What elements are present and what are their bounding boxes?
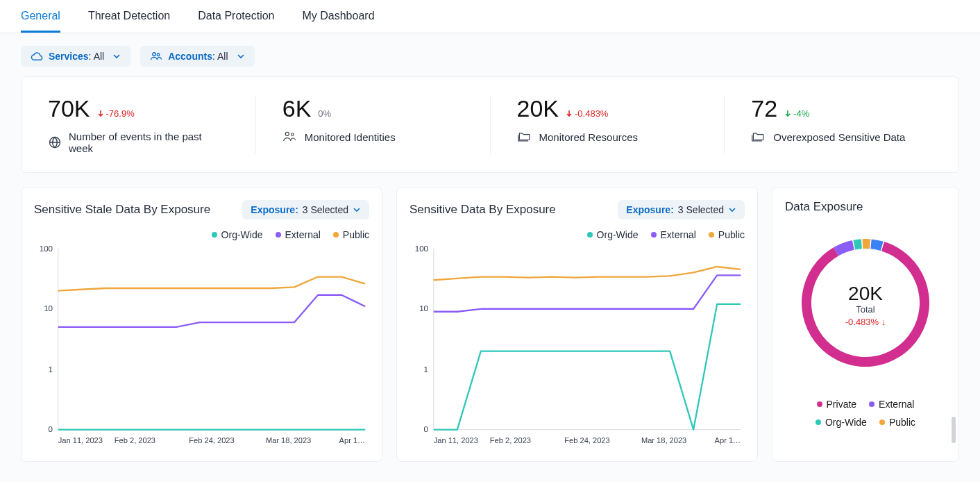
svg-point-0 (153, 53, 156, 56)
svg-text:0: 0 (49, 425, 53, 433)
panel-data-exposure: Data Exposure 20KTotal-0.483% ↓ Private … (772, 187, 959, 462)
kpi-events-delta: -76.9% (97, 108, 135, 119)
identities-icon (282, 131, 298, 143)
exposure-dropdown[interactable]: Exposure: 3 Selected (242, 200, 369, 219)
kpi-identities-value: 6K (282, 95, 312, 122)
kpi-overexposed: 72 -4% Overexposed Sensitive Data (725, 95, 958, 154)
svg-text:Mar 18, 2023: Mar 18, 2023 (641, 436, 686, 444)
chart-sensitive-stale: 0110100Jan 11, 2023Feb 2, 2023Feb 24, 20… (34, 244, 369, 449)
svg-text:Feb 2, 2023: Feb 2, 2023 (490, 436, 531, 444)
kpi-card: 70K -76.9% Number of events in the past … (21, 76, 959, 173)
tab-bar: General Threat Detection Data Protection… (0, 0, 980, 33)
donut-chart: 20KTotal-0.483% ↓ (785, 226, 946, 379)
chart-legend: Org-Wide External Public (409, 229, 745, 240)
chevron-down-icon (728, 206, 736, 214)
svg-text:-0.483% ↓: -0.483% ↓ (845, 317, 886, 327)
svg-text:20K: 20K (848, 283, 883, 304)
svg-text:1: 1 (424, 365, 428, 374)
svg-point-4 (291, 133, 294, 136)
folders-icon (751, 131, 766, 143)
scrollbar-thumb[interactable] (952, 417, 956, 443)
kpi-events-value: 70K (48, 95, 90, 122)
cloud-icon (31, 51, 43, 61)
kpi-resources-label: Monitored Resources (539, 131, 639, 143)
arrow-down-icon (566, 110, 573, 117)
kpi-events-label: Number of events in the past week (69, 131, 229, 154)
kpi-identities-delta: 0% (318, 108, 331, 119)
kpi-overexposed-label: Overexposed Sensitive Data (773, 131, 905, 143)
filter-services[interactable]: Services: All (21, 46, 130, 67)
svg-text:10: 10 (419, 305, 428, 313)
kpi-resources-delta: -0.483% (566, 108, 608, 119)
users-icon (150, 51, 162, 61)
filter-accounts[interactable]: Accounts: All (140, 46, 254, 67)
kpi-resources: 20K -0.483% Monitored Resources (491, 95, 725, 154)
svg-text:Total: Total (856, 304, 875, 315)
svg-text:100: 100 (40, 244, 53, 253)
svg-point-3 (285, 132, 289, 135)
tab-data-protection[interactable]: Data Protection (198, 0, 274, 33)
arrow-down-icon (97, 110, 104, 117)
svg-text:Feb 2, 2023: Feb 2, 2023 (115, 436, 155, 444)
kpi-overexposed-value: 72 (751, 95, 777, 122)
kpi-identities: 6K 0% Monitored Identities (256, 95, 491, 154)
svg-text:10: 10 (44, 305, 53, 313)
svg-text:Apr 1…: Apr 1… (715, 436, 741, 444)
panel-data-exposure-title: Data Exposure (785, 200, 946, 214)
svg-text:Apr 1…: Apr 1… (339, 436, 366, 444)
tab-general[interactable]: General (21, 0, 60, 33)
kpi-resources-value: 20K (517, 95, 559, 122)
chevron-down-icon (237, 52, 245, 60)
svg-text:Feb 24, 2023: Feb 24, 2023 (564, 436, 609, 444)
kpi-overexposed-delta: -4% (784, 108, 809, 119)
panel-sensitive-stale: Sensitive Stale Data By Exposure Exposur… (21, 187, 382, 462)
svg-text:Feb 24, 2023: Feb 24, 2023 (189, 436, 234, 444)
svg-text:1: 1 (49, 365, 53, 374)
svg-text:Jan 11, 2023: Jan 11, 2023 (58, 436, 103, 444)
svg-text:Jan 11, 2023: Jan 11, 2023 (434, 436, 478, 444)
kpi-identities-label: Monitored Identities (305, 131, 396, 143)
svg-text:100: 100 (415, 244, 428, 253)
panel-sensitive-data-title: Sensitive Data By Exposure (409, 203, 556, 217)
donut-legend: Private External Org-Wide Public (785, 399, 946, 428)
tab-threat-detection[interactable]: Threat Detection (88, 0, 170, 33)
panel-sensitive-data: Sensitive Data By Exposure Exposure: 3 S… (396, 187, 758, 462)
tab-my-dashboard[interactable]: My Dashboard (302, 0, 374, 33)
arrow-down-icon (784, 110, 791, 117)
kpi-events: 70K -76.9% Number of events in the past … (22, 95, 256, 154)
exposure-dropdown[interactable]: Exposure: 3 Selected (618, 200, 745, 219)
chart-legend: Org-Wide External Public (34, 229, 369, 240)
chevron-down-icon (353, 206, 361, 214)
chevron-down-icon (112, 52, 121, 60)
svg-text:Mar 18, 2023: Mar 18, 2023 (266, 436, 311, 444)
svg-text:0: 0 (424, 425, 428, 433)
panel-sensitive-stale-title: Sensitive Stale Data By Exposure (34, 203, 210, 217)
svg-point-1 (157, 53, 160, 56)
globe-icon (48, 135, 62, 149)
folders-icon (517, 131, 532, 143)
filter-bar: Services: All Accounts: All (0, 33, 980, 76)
chart-sensitive-data: 0110100Jan 11, 2023Feb 2, 2023Feb 24, 20… (409, 244, 745, 449)
